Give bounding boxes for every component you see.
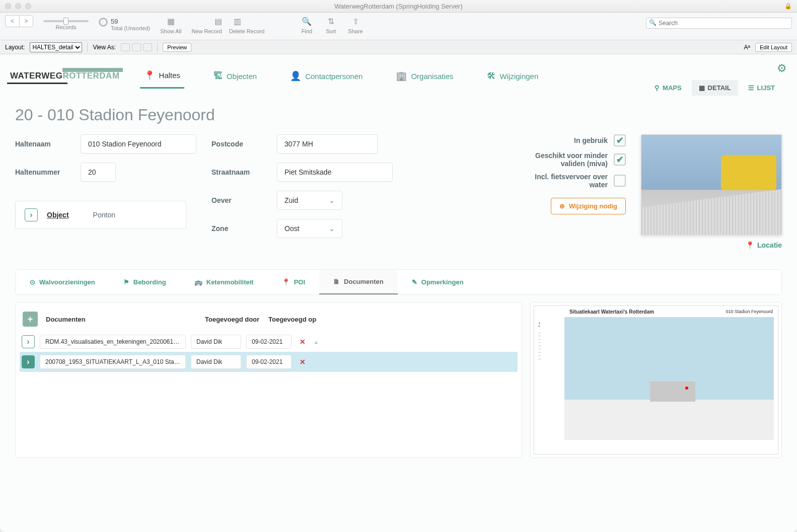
input-straat[interactable]: Piet Smitskade [277, 163, 393, 182]
pin-icon: 📍 [746, 241, 754, 249]
input-postcode[interactable]: 3077 MH [277, 134, 378, 154]
col-toegevoegd-op: Toegevoegd op [268, 316, 316, 323]
detail-tabs: ⊙Walvoorzieningen ⚑Bebording 🚌Ketenmobil… [15, 269, 782, 295]
deleterecord-icon[interactable]: ▥ [231, 15, 245, 27]
maps-icon: ⚲ [655, 84, 660, 92]
bus-icon: 🚌 [194, 278, 202, 286]
tab-poi[interactable]: 📍POI [268, 270, 319, 294]
label-ingebruik: In gebruik [574, 136, 608, 144]
records-label: Records [56, 24, 77, 30]
viewas-form-icon[interactable] [121, 43, 130, 51]
label-haltenaam: Haltenaam [15, 140, 70, 148]
doc-by: David Dik [191, 335, 241, 349]
lock-icon: 🔒 [784, 3, 792, 10]
label-straat: Straatnaam [211, 168, 267, 176]
sort-icon[interactable]: ⇅ [324, 15, 338, 27]
window-titlebar: WaterwegRotterdam (SpringHolding Server)… [0, 0, 797, 13]
table-row[interactable]: › RDM.43_visualisaties_en_tekeningen_202… [20, 332, 518, 352]
object-open-button[interactable]: › [25, 208, 38, 221]
label-haltenummer: Haltenummer [15, 168, 70, 176]
nav-contactpersonen[interactable]: 👤Contactpersonen [286, 64, 367, 88]
nav-fwd-button[interactable]: > [19, 15, 33, 27]
sort-label: Sort [326, 28, 336, 34]
delete-row-button[interactable]: ✕ [297, 358, 309, 366]
label-miva: Geschikt voor minder validen (miva) [532, 151, 608, 168]
gear-icon[interactable]: ⚙ [777, 62, 787, 75]
doc-name[interactable]: RDM.43_visualisaties_en_tekeningen_20200… [40, 335, 186, 349]
preview-subtitle: 010 Stadion Feyenoord [726, 309, 773, 314]
scroll-up-icon[interactable]: ▲ [314, 339, 319, 345]
search-input[interactable] [646, 18, 792, 29]
row-open-button[interactable]: › [22, 335, 35, 348]
brand-logo: WATERWEGROTTERDAM [10, 69, 120, 83]
doc-by: David Dik [191, 355, 241, 369]
doc-date: 09-02-2021 [246, 335, 292, 349]
row-open-button[interactable]: › [22, 355, 35, 368]
preview-button[interactable]: Preview [163, 43, 191, 52]
checkbox-fiets[interactable] [614, 175, 626, 187]
pin-icon: 📍 [144, 70, 155, 81]
page-title: 20 - 010 Stadion Feyenoord [0, 96, 797, 129]
nav-back-button[interactable]: < [5, 15, 19, 27]
nav-objecten[interactable]: 🏗Objecten [209, 65, 261, 88]
app-toolbar: < > Records 59 Total (Unsorted) ▦ Show A… [0, 13, 797, 40]
layout-bar: Layout: HALTES_detail View As: Preview A… [0, 40, 797, 54]
select-zone[interactable]: Oost [277, 219, 342, 238]
label-fiets: Incl. fietsvervoer over water [532, 173, 608, 189]
tab-documenten[interactable]: 🗎Documenten [319, 270, 398, 294]
detail-icon: ▦ [699, 84, 705, 92]
doc-date: 09-02-2021 [246, 355, 292, 369]
checkbox-miva[interactable]: ✔ [614, 154, 626, 166]
layout-select[interactable]: HALTES_detail [30, 42, 82, 52]
find-label: Find [302, 28, 312, 34]
tools-icon: 🛠 [487, 71, 496, 82]
tab-ketenmobiliteit[interactable]: 🚌Ketenmobiliteit [180, 270, 268, 294]
tab-walvoorzieningen[interactable]: ⊙Walvoorzieningen [16, 270, 109, 294]
wal-icon: ⊙ [30, 278, 35, 286]
viewas-table-icon[interactable] [143, 43, 152, 51]
edit-icon: ✎ [412, 278, 417, 286]
building-icon: 🏢 [396, 70, 407, 82]
object-label[interactable]: Object [47, 211, 69, 219]
pie-icon [99, 18, 108, 27]
delete-row-button[interactable]: ✕ [297, 338, 309, 346]
documents-panel: + Documenten Toegevoegd door Toegevoegd … [15, 302, 522, 458]
object-value: Ponton [93, 211, 115, 219]
nav-wijzigingen[interactable]: 🛠Wijzigingen [483, 65, 543, 88]
location-photo [641, 134, 782, 235]
select-oever[interactable]: Zuid [277, 191, 342, 210]
records-slider[interactable] [43, 20, 89, 22]
label-oever: Oever [211, 196, 267, 204]
view-maps[interactable]: ⚲MAPS [647, 80, 689, 96]
locatie-link[interactable]: 📍Locatie [641, 241, 782, 249]
nav-haltes[interactable]: 📍Haltes [140, 64, 185, 89]
edit-layout-button[interactable]: Edit Layout [755, 43, 792, 52]
input-haltenummer[interactable]: 20 [81, 163, 116, 182]
doc-name[interactable]: 200708_1953_SITUATIEKAART_L_A3_010 Stadi… [40, 355, 186, 369]
sign-icon: ⚑ [123, 278, 129, 286]
input-haltenaam[interactable]: 010 Stadion Feyenoord [81, 134, 196, 154]
preview-title: Situatiekaart Watertaxi's Rotterdam [569, 309, 654, 315]
add-document-button[interactable]: + [23, 312, 38, 327]
checkbox-ingebruik[interactable]: ✔ [614, 134, 626, 146]
nav-organisaties[interactable]: 🏢Organisaties [392, 64, 457, 88]
wijziging-nodig-button[interactable]: ⊕Wijziging nodig [551, 198, 626, 214]
viewas-list-icon[interactable] [132, 43, 141, 51]
window-title: WaterwegRotterdam (SpringHolding Server) [0, 3, 797, 10]
view-detail[interactable]: ▦DETAIL [692, 80, 738, 96]
label-zone: Zone [211, 224, 267, 233]
layout-label: Layout: [5, 44, 25, 51]
share-icon[interactable]: ⇪ [348, 15, 363, 27]
newrecord-icon[interactable]: ▤ [211, 15, 226, 27]
view-lijst[interactable]: ☰LIJST [741, 80, 782, 96]
map-marker-icon [685, 387, 688, 390]
search-icon: 🔍 [649, 19, 657, 26]
doc-icon: 🗎 [333, 278, 340, 285]
text-format-icon[interactable]: Aª [744, 44, 750, 51]
find-icon[interactable]: 🔍 [300, 15, 314, 27]
deleterecord-label: Delete Record [229, 28, 264, 34]
tab-bebording[interactable]: ⚑Bebording [109, 270, 180, 294]
showall-icon[interactable]: ▦ [164, 15, 178, 27]
table-row[interactable]: › 200708_1953_SITUATIEKAART_L_A3_010 Sta… [20, 352, 518, 372]
tab-opmerkingen[interactable]: ✎Opmerkingen [398, 270, 478, 294]
